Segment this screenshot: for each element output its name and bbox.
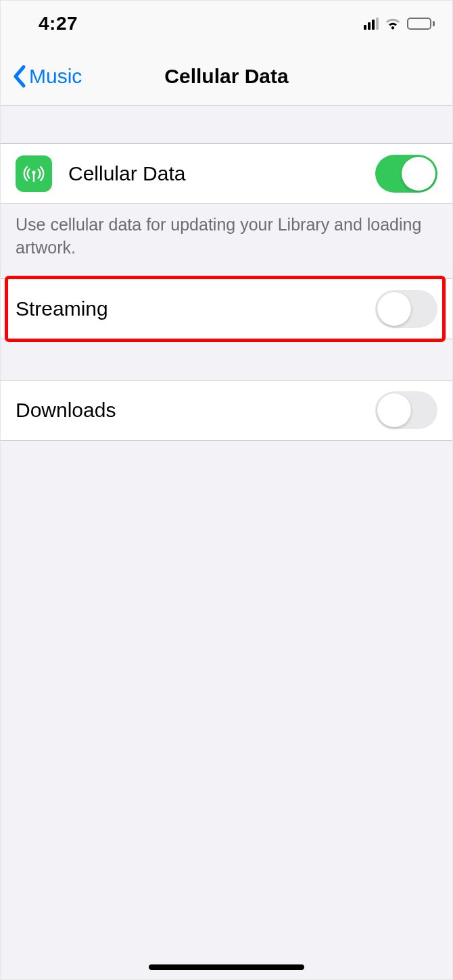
svg-rect-1 [33, 172, 34, 182]
status-indicators [364, 17, 435, 30]
streaming-toggle[interactable] [375, 290, 437, 328]
downloads-toggle[interactable] [375, 391, 437, 429]
cellular-data-row[interactable]: Cellular Data [1, 143, 452, 204]
home-indicator[interactable] [149, 964, 304, 970]
cellular-data-toggle[interactable] [375, 155, 437, 193]
navigation-bar: Music Cellular Data [1, 47, 452, 106]
cellular-data-label: Cellular Data [68, 162, 375, 185]
antenna-icon [16, 155, 52, 192]
streaming-label: Streaming [16, 297, 375, 320]
wifi-icon [384, 17, 402, 30]
back-label: Music [29, 65, 82, 88]
chevron-left-icon [11, 64, 26, 89]
cellular-data-footer: Use cellular data for updating your Libr… [1, 204, 452, 260]
downloads-label: Downloads [16, 399, 375, 422]
battery-icon [407, 18, 435, 30]
settings-content: Cellular Data Use cellular data for upda… [1, 106, 452, 979]
downloads-row[interactable]: Downloads [1, 380, 452, 441]
streaming-row[interactable]: Streaming [1, 278, 452, 339]
status-time: 4:27 [18, 13, 78, 34]
cellular-signal-icon [364, 18, 379, 30]
back-button[interactable]: Music [1, 64, 82, 89]
status-bar: 4:27 [1, 1, 452, 47]
